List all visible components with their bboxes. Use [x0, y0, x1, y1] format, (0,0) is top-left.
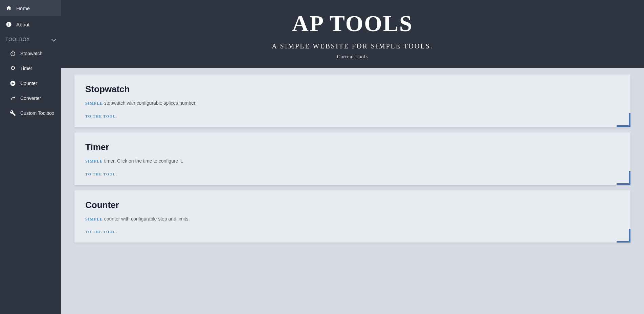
header: AP Tools A simple website for simple too… [61, 0, 644, 68]
sidebar: Home About Toolbox Stopwatch Timer [0, 0, 61, 314]
stopwatch-card-title: Stopwatch [85, 84, 620, 95]
header-subtitle: A simple website for simple tools. [68, 42, 637, 50]
timer-simple-badge: Simple [85, 159, 103, 164]
sidebar-toolbox-section[interactable]: Toolbox [0, 33, 61, 46]
sidebar-item-custom-toolbox[interactable]: Custom Toolbox [0, 106, 61, 121]
sidebar-timer-label: Timer [20, 66, 32, 71]
sidebar-about-label: About [16, 22, 29, 27]
chevron-down-icon [51, 37, 56, 42]
stopwatch-icon [9, 50, 16, 57]
wrench-icon [9, 110, 16, 117]
sidebar-item-converter[interactable]: Converter [0, 91, 61, 106]
info-icon [5, 21, 12, 28]
sidebar-custom-toolbox-label: Custom Toolbox [20, 110, 54, 116]
stopwatch-simple-badge: Simple [85, 101, 103, 106]
timer-card: Timer Simple timer. Click on the time to… [74, 132, 630, 185]
counter-card-title: Counter [85, 200, 620, 210]
timer-card-title: Timer [85, 142, 620, 152]
sidebar-item-about[interactable]: About [0, 16, 61, 33]
sidebar-toolbox-label: Toolbox [5, 37, 30, 42]
counter-icon [9, 80, 16, 87]
counter-card-description: Simple counter with configurable step an… [85, 215, 620, 223]
cards-area: Stopwatch Simple stopwatch with configur… [61, 68, 644, 256]
sidebar-home-label: Home [16, 5, 30, 11]
counter-simple-badge: Simple [85, 217, 103, 222]
home-icon [5, 5, 12, 12]
sidebar-item-home[interactable]: Home [0, 0, 61, 16]
stopwatch-card: Stopwatch Simple stopwatch with configur… [74, 75, 630, 127]
counter-card: Counter Simple counter with configurable… [74, 190, 630, 243]
main-content: AP Tools A simple website for simple too… [61, 0, 644, 314]
stopwatch-card-description: Simple stopwatch with configurable splic… [85, 99, 620, 107]
sidebar-item-timer[interactable]: Timer [0, 61, 61, 76]
sidebar-stopwatch-label: Stopwatch [20, 51, 42, 56]
timer-card-link[interactable]: To the tool. [85, 172, 117, 176]
converter-icon [9, 95, 16, 102]
timer-icon [9, 65, 16, 72]
sidebar-item-stopwatch[interactable]: Stopwatch [0, 46, 61, 61]
sidebar-counter-label: Counter [20, 81, 37, 86]
counter-card-link[interactable]: To the tool. [85, 230, 117, 234]
page-title: AP Tools [68, 10, 637, 37]
timer-card-description: Simple timer. Click on the time to confi… [85, 157, 620, 165]
stopwatch-card-link[interactable]: To the tool. [85, 114, 117, 118]
header-current-tools: Current Tools [68, 54, 637, 60]
sidebar-converter-label: Converter [20, 96, 41, 101]
sidebar-item-counter[interactable]: Counter [0, 76, 61, 91]
